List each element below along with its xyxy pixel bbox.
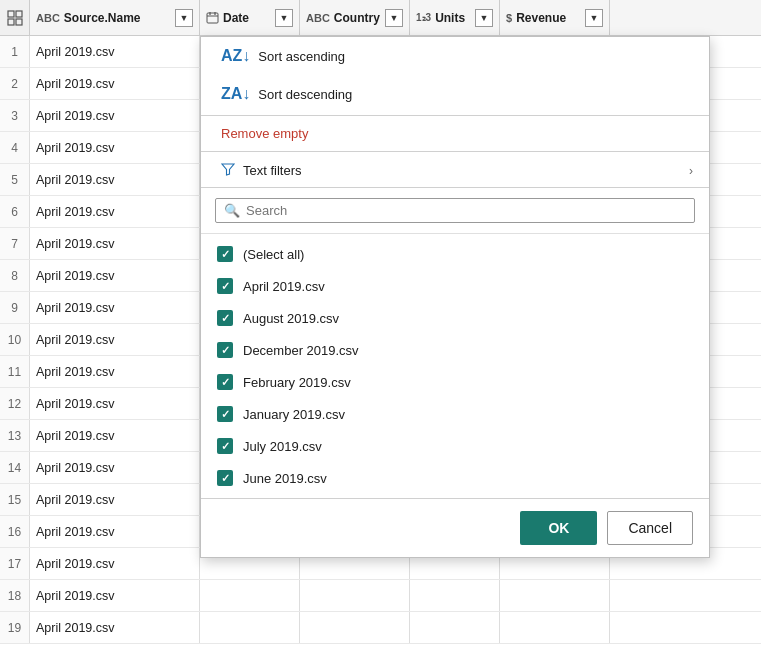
- row-number: 14: [0, 452, 30, 483]
- checkbox-label: August 2019.csv: [243, 311, 339, 326]
- svg-rect-4: [207, 13, 218, 23]
- dropdown-panel: AZ↓ Sort ascending ZA↓ Sort descending R…: [200, 36, 710, 558]
- row-number: 18: [0, 580, 30, 611]
- cell-units: [410, 612, 500, 643]
- cell-source: April 2019.csv: [30, 36, 200, 67]
- sort-ascending-item[interactable]: AZ↓ Sort ascending: [201, 37, 709, 75]
- cell-source: April 2019.csv: [30, 548, 200, 579]
- row-number: 7: [0, 228, 30, 259]
- checkbox-check: ✓: [221, 376, 230, 389]
- text-filters-item[interactable]: Text filters ›: [201, 154, 709, 187]
- cell-source: April 2019.csv: [30, 68, 200, 99]
- svg-rect-1: [16, 11, 22, 17]
- checkbox-item[interactable]: ✓ June 2019.csv: [201, 462, 709, 494]
- remove-empty-item[interactable]: Remove empty: [201, 118, 709, 149]
- checkbox-check: ✓: [221, 408, 230, 421]
- cell-source: April 2019.csv: [30, 132, 200, 163]
- dropdown-arrow-revenue[interactable]: ▼: [585, 9, 603, 27]
- search-input[interactable]: [246, 203, 686, 218]
- cell-source: April 2019.csv: [30, 516, 200, 547]
- ok-button[interactable]: OK: [520, 511, 597, 545]
- row-number: 11: [0, 356, 30, 387]
- checkbox-check: ✓: [221, 440, 230, 453]
- calendar-icon: [206, 11, 219, 24]
- col-header-date: Date ▼: [200, 0, 300, 35]
- checkbox-check: ✓: [221, 280, 230, 293]
- col-label-country: Country: [334, 11, 380, 25]
- checkbox-item[interactable]: ✓ (Select all): [201, 238, 709, 270]
- col-label-units: Units: [435, 11, 465, 25]
- cell-source: April 2019.csv: [30, 388, 200, 419]
- sort-descending-icon: ZA↓: [221, 85, 250, 103]
- dropdown-arrow-date[interactable]: ▼: [275, 9, 293, 27]
- filter-icon: [221, 162, 235, 179]
- dropdown-arrow-units[interactable]: ▼: [475, 9, 493, 27]
- cal-icon-date: [206, 11, 219, 24]
- table-container: ABC Source.Name ▼ Date ▼ ABC Country ▼ 1…: [0, 0, 761, 663]
- dollar-icon-revenue: $: [506, 12, 512, 24]
- row-number: 13: [0, 420, 30, 451]
- checkbox-box: ✓: [217, 310, 233, 326]
- cell-source: April 2019.csv: [30, 484, 200, 515]
- checkbox-label: April 2019.csv: [243, 279, 325, 294]
- checkbox-label: (Select all): [243, 247, 304, 262]
- checkbox-item[interactable]: ✓ July 2019.csv: [201, 430, 709, 462]
- cell-source: April 2019.csv: [30, 228, 200, 259]
- checkbox-check: ✓: [221, 312, 230, 325]
- grid-icon: [7, 10, 23, 26]
- checkbox-label: January 2019.csv: [243, 407, 345, 422]
- cell-source: April 2019.csv: [30, 420, 200, 451]
- sort-descending-item[interactable]: ZA↓ Sort descending: [201, 75, 709, 113]
- row-number: 15: [0, 484, 30, 515]
- checkbox-label: February 2019.csv: [243, 375, 351, 390]
- row-number: 19: [0, 612, 30, 643]
- row-number: 16: [0, 516, 30, 547]
- checkbox-box: ✓: [217, 374, 233, 390]
- row-number: 10: [0, 324, 30, 355]
- checkbox-item[interactable]: ✓ February 2019.csv: [201, 366, 709, 398]
- checkbox-box: ✓: [217, 438, 233, 454]
- cell-source: April 2019.csv: [30, 196, 200, 227]
- col-header-source: ABC Source.Name ▼: [30, 0, 200, 35]
- funnel-icon: [221, 162, 235, 176]
- checkbox-box: ✓: [217, 470, 233, 486]
- row-number: 2: [0, 68, 30, 99]
- cell-revenue: [500, 612, 610, 643]
- col-header-country: ABC Country ▼: [300, 0, 410, 35]
- table-row: 19 April 2019.csv: [0, 612, 761, 644]
- search-area: 🔍: [201, 187, 709, 233]
- row-number: 6: [0, 196, 30, 227]
- col-header-units: 1₂3 Units ▼: [410, 0, 500, 35]
- cell-source: April 2019.csv: [30, 580, 200, 611]
- checkbox-check: ✓: [221, 248, 230, 261]
- col-label-revenue: Revenue: [516, 11, 566, 25]
- checkbox-check: ✓: [221, 472, 230, 485]
- cell-country: [300, 580, 410, 611]
- svg-rect-0: [8, 11, 14, 17]
- row-number: 8: [0, 260, 30, 291]
- checkbox-item[interactable]: ✓ December 2019.csv: [201, 334, 709, 366]
- divider-1: [201, 115, 709, 116]
- cell-date: [200, 612, 300, 643]
- cell-source: April 2019.csv: [30, 164, 200, 195]
- checkbox-box: ✓: [217, 342, 233, 358]
- checkbox-item[interactable]: ✓ August 2019.csv: [201, 302, 709, 334]
- checkbox-check: ✓: [221, 344, 230, 357]
- col-label-source: Source.Name: [64, 11, 141, 25]
- checkbox-item[interactable]: ✓ April 2019.csv: [201, 270, 709, 302]
- search-icon: 🔍: [224, 203, 240, 218]
- cell-country: [300, 612, 410, 643]
- col-header-revenue: $ Revenue ▼: [500, 0, 610, 35]
- abc-icon-country: ABC: [306, 12, 330, 24]
- search-box: 🔍: [215, 198, 695, 223]
- checkbox-list: ✓ (Select all) ✓ April 2019.csv ✓ August…: [201, 233, 709, 498]
- svg-rect-2: [8, 19, 14, 25]
- checkbox-label: July 2019.csv: [243, 439, 322, 454]
- row-number: 17: [0, 548, 30, 579]
- sort-ascending-icon: AZ↓: [221, 47, 250, 65]
- cancel-button[interactable]: Cancel: [607, 511, 693, 545]
- num-icon-units: 1₂3: [416, 12, 431, 23]
- dropdown-arrow-source[interactable]: ▼: [175, 9, 193, 27]
- checkbox-item[interactable]: ✓ January 2019.csv: [201, 398, 709, 430]
- dropdown-arrow-country[interactable]: ▼: [385, 9, 403, 27]
